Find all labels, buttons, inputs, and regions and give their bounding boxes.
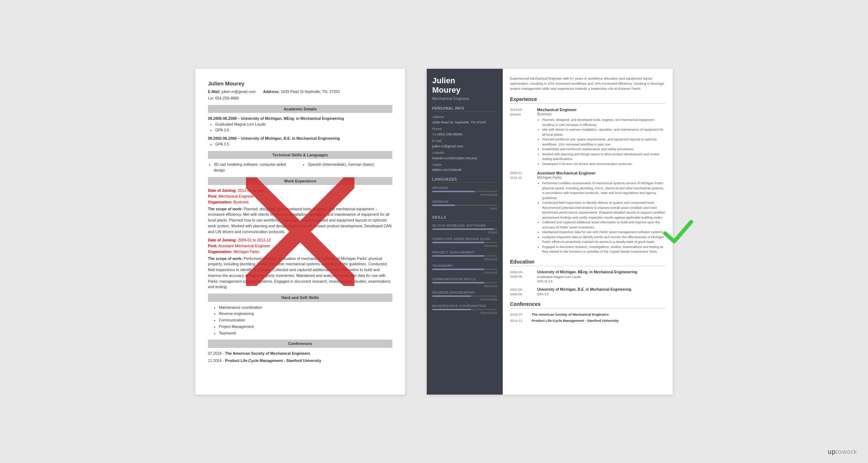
resume-summary: Experienced Mechanical Engineer with 5+ …: [510, 76, 665, 92]
logo-prefix: up: [828, 448, 836, 455]
skill-item: Maintenance coordination: [219, 305, 392, 311]
soft-skills-list: Maintenance coordination Reverse enginee…: [219, 305, 392, 336]
skill-item: Reverse engineering: [219, 311, 392, 317]
skill-project-mgmt: PROJECT MANAGEMENT Advanced: [432, 251, 497, 261]
edu-content-1: University of Michigan, MEng. in Mechani…: [537, 270, 665, 284]
tech-skill-col1: 3D cad modeling software, computer-aided…: [208, 162, 298, 173]
sidebar-address: Address 1639 Pearl St, Nashville, TN 372…: [432, 115, 497, 125]
resume-good-wrapper: Julien Mourey Mechanical Engineer Person…: [427, 69, 673, 395]
tech-skill-col2: Spanish (intermediate), German (basic): [302, 162, 392, 173]
skill-cad-design: COMPUTER-AIDED DESIGN (CAD) Advanced: [432, 237, 497, 248]
exp-title-2: Assistant Mechanical Engineer: [537, 171, 665, 175]
skill-cad-modeling: 3D CAD MODELING SOFTWARE Expert: [432, 224, 497, 234]
work-entry-1: Date of Joining: 2012-03 to now Post: Me…: [208, 188, 392, 235]
skill-item: Teamwork: [219, 331, 392, 336]
email-label: E-Mail:: [208, 89, 220, 94]
conf-entry-right-2: 2014-11 Product Life-Cycle Management - …: [510, 319, 665, 323]
conf-entry-1: 07.2016 - The American Society of Mechan…: [208, 351, 392, 357]
lang-spanish: SPANISH Intermediate: [432, 186, 497, 197]
conf-year-1: 2016-07: [510, 312, 528, 316]
edu-dates-2: 2002-09 -2006-06: [510, 287, 533, 297]
work-entry-2: Date of Joining: 2009-01 to 2012-12 Post…: [208, 237, 392, 290]
resume-bad: Julien Mourey E-Mail: julien.m@gmail.com…: [195, 69, 405, 395]
edu-gpa-2: GPA 3.5: [537, 292, 665, 297]
exp-title-1: Mechanical Engineer: [537, 108, 665, 112]
skill-reverse-eng: REVERSE ENGINEERING Intermediate: [432, 291, 497, 301]
conf-year-2: 2014-11: [510, 319, 528, 323]
conferences-section-title: Conferences: [510, 301, 665, 309]
exp-content-1: Mechanical Engineer Bystronic Planned, d…: [537, 108, 665, 167]
exp-bullets-2: Performed condition assessments of mecha…: [542, 181, 665, 254]
edu-school-1: University of Michigan, MEng. in Mechani…: [537, 270, 665, 274]
resume-sidebar: Julien Mourey Mechanical Engineer Person…: [427, 69, 503, 395]
conf-title-1: The American Society of Mechanical Engin…: [532, 312, 609, 316]
sidebar-linkedin: LinkedIn linkedin.com/in/Julien.Mourey: [432, 151, 497, 160]
sidebar-email: E-mail julien.m@gmail.com: [432, 139, 497, 148]
right-title: Mechanical Engineer: [432, 96, 497, 101]
exp-entry-bystronic: 2013-02 -present Mechanical Engineer Bys…: [510, 108, 665, 167]
languages-title: Languages: [432, 177, 497, 183]
left-name: Julien Mourey: [208, 80, 392, 88]
logo-suffix: towork: [836, 448, 857, 455]
edu-dates-1: 2006-09 -2008-06: [510, 270, 533, 284]
conf-title-2: Product Life-Cycle Management - Stanford…: [532, 319, 619, 323]
skill-item: Communication: [219, 317, 392, 323]
hard-soft-header: Hard and Soft Skills: [208, 294, 392, 302]
exp-company-1: Bystronic: [537, 112, 665, 116]
personal-info-title: Personal Info: [432, 106, 497, 112]
conf-entry-2: 11.2014 - Product Life-Cycle Management …: [208, 358, 392, 364]
skill-item: Project Management: [219, 324, 392, 330]
skills-title: Skills: [432, 215, 497, 221]
technical-skills-row: 3D cad modeling software, computer-aided…: [208, 162, 392, 173]
skill-communication: COMMUNICATION SKILLS Advanced: [432, 277, 497, 288]
education-section-title: Education: [510, 259, 665, 266]
technical-header: Technical Skills & Languages: [208, 151, 392, 159]
conferences-header: Conferences: [208, 340, 392, 348]
exp-company-2: Michigan Parks: [537, 176, 665, 180]
skill-maintenance: MAINTENANCE COORDINATION Intermediate: [432, 304, 497, 315]
exp-dates-1: 2013-02 -present: [510, 108, 533, 167]
left-email-line: E-Mail: julien.m@gmail.com Address: 1639…: [208, 89, 392, 95]
skill-teamwork: TEAMWORK Advanced: [432, 264, 497, 274]
sidebar-twitter: Twitter twitter.com/JulienM: [432, 163, 497, 172]
address-label: Address:: [263, 89, 280, 94]
edu-entry-right-1: 2006-09 -2008-06 University of Michigan,…: [510, 270, 665, 284]
address-value: 1639 Pearl St Nashville, TN, 37203: [281, 89, 340, 94]
exp-entry-michigan: 2009-01 -2012-12 Assistant Mechanical En…: [510, 171, 665, 254]
edu-content-2: University of Michigan, B.E. in Mechanic…: [537, 287, 665, 297]
edu-school-2: University of Michigan, B.E. in Mechanic…: [537, 287, 665, 291]
experience-section-title: Experience: [510, 96, 665, 104]
exp-content-2: Assistant Mechanical Engineer Michigan P…: [537, 171, 665, 254]
edu-detail-1: Graduated Magna Cum Laude: [537, 275, 665, 279]
edu-entry-2: 09.2002-06.2006 – University of Michigan…: [208, 136, 392, 147]
email-value: julien.m@gmail.com: [221, 89, 256, 94]
right-name: Julien Mourey: [432, 76, 497, 95]
work-header: Work Experience: [208, 177, 392, 185]
sidebar-phone: Phone +1 (654) 258-46896: [432, 127, 497, 136]
resume-main-content: Experienced Mechanical Engineer with 5+ …: [503, 69, 673, 395]
exp-dates-2: 2009-01 -2012-12: [510, 171, 533, 254]
left-phone-line: Lin: 654-258-4689: [208, 96, 392, 101]
academic-header: Academic Details: [208, 105, 392, 113]
uptowork-logo: uptowork: [828, 448, 857, 456]
edu-gpa-1: GPA of 3.6: [537, 279, 665, 284]
edu-entry-1: 09.2006-06.2008 – University of Michigan…: [208, 116, 392, 133]
lang-german: GERMAN Basic: [432, 199, 497, 210]
edu-entry-right-2: 2002-09 -2006-06 University of Michigan,…: [510, 287, 665, 297]
resume-good: Julien Mourey Mechanical Engineer Person…: [427, 69, 673, 395]
exp-bullets-1: Planned, designed, and developed tools, …: [542, 118, 665, 167]
conf-entry-right-1: 2016-07 The American Society of Mechanic…: [510, 312, 665, 316]
